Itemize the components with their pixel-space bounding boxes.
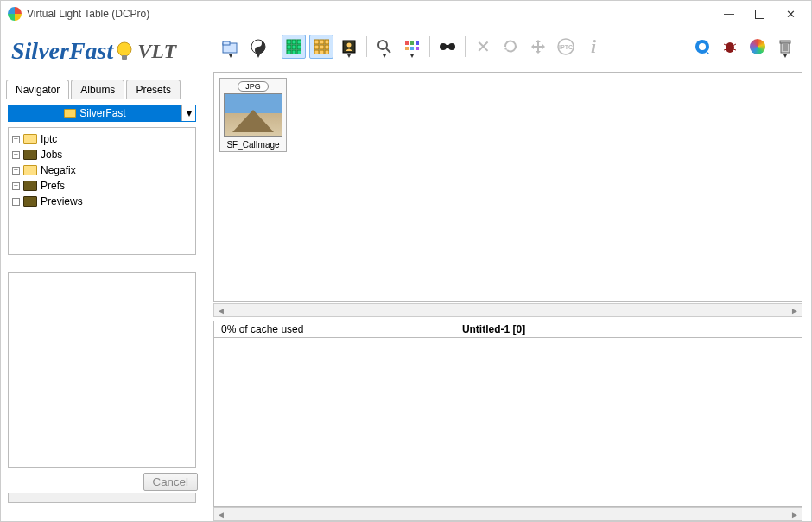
lower-scrollbar[interactable]: ◄ ►: [213, 507, 802, 521]
thumb-image-content: [232, 110, 274, 132]
right-panel: ✕ IPTC i: [213, 27, 811, 521]
tree-label: Previews: [41, 195, 83, 207]
svg-rect-31: [410, 47, 414, 50]
svg-rect-20: [314, 50, 319, 54]
toolbar-separator: [366, 36, 367, 57]
grid-green-button[interactable]: [282, 35, 306, 59]
tree-label: Iptc: [41, 133, 57, 145]
bug-button[interactable]: [718, 35, 742, 59]
toolbar-separator: [465, 36, 466, 57]
brand-silver: Silver: [11, 37, 69, 65]
toolbar: ✕ IPTC i: [213, 27, 802, 67]
gallery-scrollbar[interactable]: ◄ ►: [213, 303, 802, 317]
expand-icon[interactable]: +: [12, 182, 20, 190]
brand-vlt: VLT: [137, 40, 176, 63]
thumbnail-card[interactable]: JPG SF_CalImage: [219, 78, 287, 152]
tree-label: Prefs: [41, 180, 65, 192]
svg-rect-32: [416, 47, 419, 50]
svg-rect-29: [416, 41, 419, 45]
svg-rect-6: [292, 40, 296, 44]
tree-item[interactable]: + Jobs: [12, 147, 192, 162]
tree-item[interactable]: + Negafix: [12, 162, 192, 178]
brand-fast: Fast: [69, 37, 113, 65]
tab-presets[interactable]: Presets: [126, 80, 181, 99]
lower-pane[interactable]: [213, 338, 802, 507]
folder-icon: [23, 196, 37, 207]
folder-icon: [23, 150, 37, 160]
tab-presets-label: Presets: [136, 84, 171, 96]
folder-selector[interactable]: SilverFast ▾: [8, 105, 196, 122]
svg-point-41: [699, 43, 706, 50]
gallery-panel[interactable]: JPG SF_CalImage: [213, 72, 802, 302]
preview-panel: [8, 272, 196, 468]
quicktime-button[interactable]: [690, 35, 714, 59]
tab-navigator[interactable]: Navigator: [6, 80, 69, 99]
tab-albums[interactable]: Albums: [71, 80, 124, 99]
move-button[interactable]: [526, 35, 550, 59]
cache-status: 0% of cache used: [221, 323, 462, 335]
tab-navigator-label: Navigator: [16, 84, 60, 96]
maximize-button[interactable]: [755, 10, 764, 19]
thumb-label: SF_CalImage: [226, 140, 279, 150]
close-button[interactable]: [780, 8, 801, 21]
window-title: Virtual Light Table (DCPro): [27, 8, 149, 20]
cancel-row: Cancel: [6, 471, 213, 491]
yinyang-button[interactable]: [246, 35, 270, 59]
svg-rect-13: [297, 50, 301, 54]
toolbar-separator: [429, 36, 430, 57]
scroll-left-icon[interactable]: ◄: [217, 306, 225, 315]
main-content: SilverFast VLT Navigator Albums Presets …: [1, 27, 811, 521]
svg-rect-28: [410, 41, 414, 45]
grid-amber-button[interactable]: [309, 35, 333, 59]
svg-line-46: [733, 49, 736, 50]
sidebar-tabs: Navigator Albums Presets: [6, 79, 213, 99]
expand-icon[interactable]: +: [12, 167, 20, 175]
chevron-down-icon[interactable]: ▾: [181, 105, 195, 121]
svg-point-0: [117, 42, 131, 56]
find-button[interactable]: [435, 35, 460, 59]
folder-tree[interactable]: + Iptc + Jobs + Negafix + Prefs +: [8, 127, 196, 255]
toolbar-separator: [276, 36, 276, 57]
cancel-button[interactable]: Cancel: [143, 473, 199, 491]
info-button[interactable]: i: [581, 35, 606, 59]
iptc-button[interactable]: IPTC: [554, 35, 578, 59]
scroll-right-icon[interactable]: ►: [790, 306, 799, 315]
svg-rect-22: [325, 50, 329, 54]
svg-text:IPTC: IPTC: [559, 44, 573, 50]
folder-icon: [23, 181, 37, 191]
svg-rect-10: [297, 45, 301, 49]
sort-button[interactable]: [400, 35, 424, 59]
svg-point-42: [726, 42, 734, 53]
zoom-button[interactable]: [372, 35, 396, 59]
expand-icon[interactable]: +: [12, 151, 20, 159]
tree-item[interactable]: + Prefs: [12, 178, 192, 194]
tree-item[interactable]: + Previews: [12, 194, 192, 209]
expand-icon[interactable]: +: [12, 136, 20, 143]
svg-rect-17: [314, 45, 319, 49]
folder-icon: [64, 109, 76, 118]
svg-rect-15: [320, 40, 324, 44]
folder-selector-value: SilverFast: [9, 105, 181, 121]
document-title: Untitled-1 [0]: [462, 323, 795, 335]
delete-button[interactable]: ✕: [471, 35, 495, 59]
tree-item[interactable]: + Iptc: [12, 131, 192, 147]
colorwheel-button[interactable]: [745, 35, 770, 59]
scroll-right-icon[interactable]: ►: [790, 510, 799, 519]
expand-icon[interactable]: +: [12, 198, 20, 206]
progress-bar: [8, 493, 196, 503]
scroll-left-icon[interactable]: ◄: [217, 510, 225, 519]
svg-rect-16: [325, 40, 329, 44]
window-controls: [719, 8, 804, 21]
tree-label: Jobs: [41, 149, 62, 161]
svg-rect-8: [287, 45, 291, 49]
minimize-button[interactable]: [719, 8, 739, 20]
folder-icon: [23, 134, 37, 144]
trash-button[interactable]: [773, 35, 797, 59]
svg-rect-18: [320, 45, 324, 49]
svg-rect-11: [287, 50, 291, 54]
refresh-button[interactable]: [498, 35, 523, 59]
highlight-button[interactable]: [337, 35, 361, 59]
svg-point-34: [448, 43, 455, 50]
svg-rect-14: [314, 40, 319, 44]
open-button[interactable]: [219, 35, 243, 59]
